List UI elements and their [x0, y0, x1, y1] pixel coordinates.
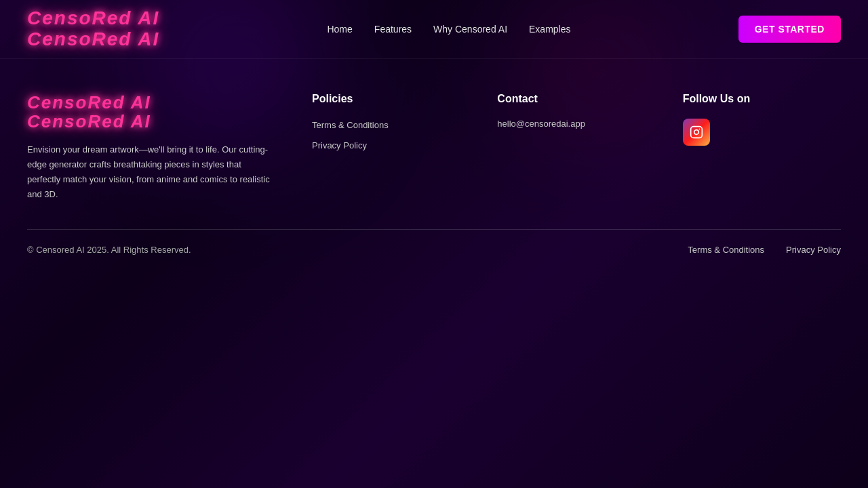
bottom-terms-conditions-link[interactable]: Terms & Conditions — [688, 245, 764, 255]
footer-follow-section: Follow Us on — [683, 93, 841, 203]
nav-links: Home Features Why Censored AI Examples — [327, 23, 570, 35]
footer-logo: CensoRed AI CensoRed AI — [27, 93, 285, 131]
instagram-button[interactable] — [683, 119, 710, 146]
policies-title: Policies — [312, 93, 470, 105]
footer-policies-links: Terms & Conditions Privacy Policy — [312, 119, 470, 151]
copyright: © Censored AI 2025. All Rights Reserved. — [27, 245, 191, 255]
nav-item-why-censored[interactable]: Why Censored AI — [433, 24, 507, 35]
footer-policies-section: Policies Terms & Conditions Privacy Poli… — [312, 93, 470, 203]
logo: CensoRed AI CensoRed AI — [27, 8, 159, 50]
nav-item-features[interactable]: Features — [374, 24, 412, 35]
get-started-button[interactable]: GET STARTED — [738, 16, 841, 43]
logo-line2: CensoRed AI — [27, 29, 159, 50]
contact-title: Contact — [497, 93, 655, 105]
logo-line1: CensoRed AI — [27, 8, 159, 29]
terms-conditions-link[interactable]: Terms & Conditions — [312, 120, 389, 130]
footer-bottom: © Censored AI 2025. All Rights Reserved.… — [0, 230, 868, 269]
privacy-policy-link[interactable]: Privacy Policy — [312, 140, 367, 150]
svg-rect-0 — [690, 126, 702, 138]
footer-content: CensoRed AI CensoRed AI Envision your dr… — [0, 59, 868, 230]
footer-logo-line2: CensoRed AI — [27, 112, 285, 131]
footer-bottom-links: Terms & Conditions Privacy Policy — [688, 243, 841, 256]
instagram-icon — [690, 125, 703, 139]
footer-brand: CensoRed AI CensoRed AI Envision your dr… — [27, 93, 285, 203]
bottom-privacy-policy-link[interactable]: Privacy Policy — [786, 245, 841, 255]
nav-item-examples[interactable]: Examples — [529, 24, 570, 35]
footer-description: Envision your dream artwork—we'll bring … — [27, 142, 271, 202]
follow-title: Follow Us on — [683, 93, 841, 105]
footer-logo-line1: CensoRed AI — [27, 93, 285, 113]
footer-contact-section: Contact hello@censoredai.app — [497, 93, 655, 203]
nav-item-home[interactable]: Home — [327, 24, 352, 35]
navbar: CensoRed AI CensoRed AI Home Features Wh… — [0, 0, 868, 59]
contact-email: hello@censoredai.app — [497, 119, 655, 129]
